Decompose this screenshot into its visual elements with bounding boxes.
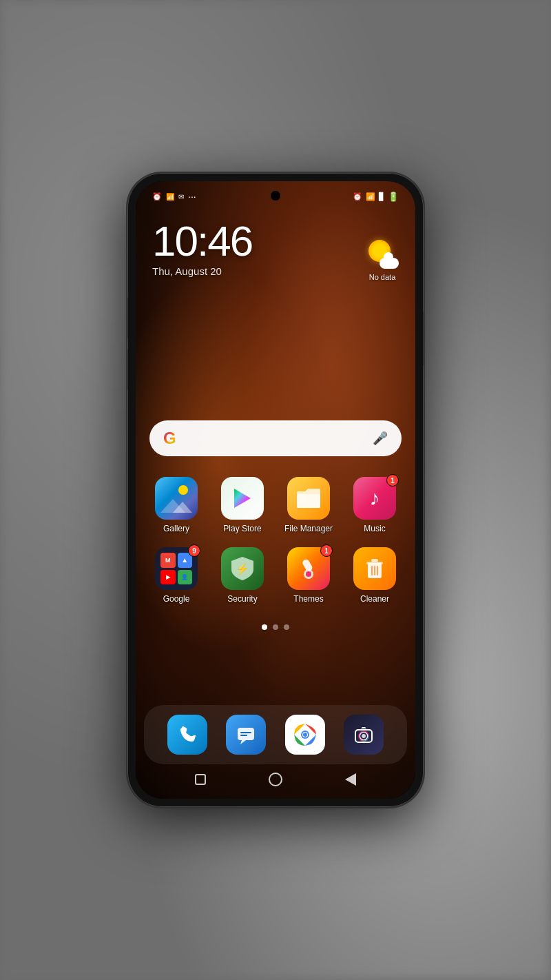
search-bar[interactable]: G 🎤 bbox=[149, 420, 402, 456]
more-icon: ··· bbox=[188, 191, 196, 202]
clock-icon: ⏰ bbox=[353, 192, 362, 201]
file-manager-label: File Manager bbox=[284, 524, 333, 533]
youtube-mini-icon: ▶ bbox=[160, 570, 176, 585]
app-themes[interactable]: 1 Themes bbox=[279, 547, 338, 604]
phone-screen: ⏰ 📶 ✉ ··· ⏰ 📶 ▊ 🔋 10:46 Thu, August 20 bbox=[136, 181, 415, 799]
file-manager-icon bbox=[287, 477, 330, 520]
dock-chrome[interactable] bbox=[285, 715, 325, 755]
alarm-icon: ⏰ bbox=[152, 192, 162, 201]
svg-rect-11 bbox=[240, 732, 251, 733]
google-badge: 9 bbox=[188, 544, 200, 557]
app-cleaner[interactable]: Cleaner bbox=[345, 547, 404, 604]
status-right-icons: ⏰ 📶 ▊ 🔋 bbox=[353, 192, 399, 202]
weather-no-data: No data bbox=[369, 273, 396, 281]
volume-up-button[interactable] bbox=[127, 297, 128, 338]
contacts-mini-icon: 👤 bbox=[178, 570, 193, 585]
cloud-icon bbox=[380, 258, 399, 269]
svg-point-21 bbox=[362, 734, 366, 738]
clock-time: 10:46 bbox=[152, 220, 399, 263]
app-gallery[interactable]: Gallery bbox=[147, 477, 206, 533]
themes-icon-wrapper: 1 bbox=[287, 547, 330, 590]
wifi-icon: 📶 bbox=[366, 192, 375, 201]
svg-rect-8 bbox=[374, 566, 375, 575]
status-left-icons: ⏰ 📶 ✉ ··· bbox=[152, 191, 196, 202]
dock-messages[interactable] bbox=[226, 715, 266, 755]
dock-phone[interactable] bbox=[167, 715, 207, 755]
weather-widget[interactable]: No data bbox=[366, 240, 399, 281]
camera-icon bbox=[354, 726, 373, 744]
svg-rect-9 bbox=[377, 566, 378, 575]
app-file-manager[interactable]: File Manager bbox=[279, 477, 338, 533]
gallery-label: Gallery bbox=[163, 524, 189, 533]
nav-bar bbox=[136, 767, 415, 792]
recents-button[interactable] bbox=[191, 770, 210, 789]
camera-notch bbox=[271, 191, 280, 201]
music-label: Music bbox=[364, 524, 385, 533]
music-badge: 1 bbox=[386, 474, 399, 487]
chrome-icon bbox=[293, 722, 318, 747]
app-grid: Gallery bbox=[143, 477, 408, 604]
security-icon: ⚡ bbox=[221, 547, 264, 590]
google-icon-wrapper: M ▲ ▶ 👤 9 bbox=[155, 547, 198, 590]
gallery-icon bbox=[155, 477, 198, 520]
app-music[interactable]: ♪ 1 Music bbox=[345, 477, 404, 533]
gmail-mini-icon: M bbox=[160, 553, 176, 568]
dot-1[interactable] bbox=[262, 624, 267, 630]
file-manager-icon-wrapper bbox=[287, 477, 330, 520]
cleaner-label: Cleaner bbox=[360, 594, 389, 604]
app-security[interactable]: ⚡ Security bbox=[213, 547, 272, 604]
svg-rect-6 bbox=[371, 559, 378, 562]
messages-icon bbox=[236, 725, 256, 744]
themes-label: Themes bbox=[293, 594, 323, 604]
svg-rect-10 bbox=[238, 728, 254, 740]
sim-icon: 📶 bbox=[166, 193, 174, 201]
app-google[interactable]: M ▲ ▶ 👤 9 Google bbox=[147, 547, 206, 604]
play-store-icon bbox=[221, 477, 264, 520]
page-dots bbox=[143, 624, 408, 630]
message-icon: ✉ bbox=[178, 193, 184, 201]
music-icon-wrapper: ♪ 1 bbox=[353, 477, 396, 520]
dot-2[interactable] bbox=[273, 624, 278, 630]
microphone-icon[interactable]: 🎤 bbox=[373, 431, 388, 446]
main-content: G 🎤 bbox=[136, 420, 415, 644]
phone-device: ⏰ 📶 ✉ ··· ⏰ 📶 ▊ 🔋 10:46 Thu, August 20 bbox=[127, 173, 424, 807]
svg-rect-7 bbox=[371, 566, 373, 575]
svg-point-3 bbox=[306, 571, 311, 577]
phone-icon bbox=[178, 725, 197, 744]
volume-down-button[interactable] bbox=[127, 349, 128, 390]
svg-rect-5 bbox=[366, 562, 383, 564]
cleaner-icon bbox=[353, 547, 396, 590]
play-store-label: Play Store bbox=[223, 524, 261, 533]
signal-icon: ▊ bbox=[379, 192, 384, 201]
svg-point-18 bbox=[303, 733, 307, 737]
gallery-icon-wrapper bbox=[155, 477, 198, 520]
power-button[interactable] bbox=[423, 311, 424, 366]
cleaner-icon-wrapper bbox=[353, 547, 396, 590]
google-g-logo: G bbox=[163, 429, 176, 448]
dock-camera[interactable] bbox=[344, 715, 384, 755]
home-button[interactable] bbox=[266, 770, 285, 789]
dot-3[interactable] bbox=[284, 624, 289, 630]
app-play-store[interactable]: Play Store bbox=[213, 477, 272, 533]
security-icon-wrapper: ⚡ bbox=[221, 547, 264, 590]
themes-badge: 1 bbox=[320, 544, 333, 557]
play-store-icon-wrapper bbox=[221, 477, 264, 520]
svg-text:⚡: ⚡ bbox=[236, 562, 249, 575]
security-label: Security bbox=[227, 594, 257, 604]
google-label: Google bbox=[163, 594, 190, 604]
svg-rect-12 bbox=[240, 735, 247, 736]
battery-icon: 🔋 bbox=[388, 192, 399, 202]
back-button[interactable] bbox=[341, 770, 360, 789]
dock bbox=[144, 705, 407, 764]
clock-date: Thu, August 20 bbox=[152, 265, 399, 277]
